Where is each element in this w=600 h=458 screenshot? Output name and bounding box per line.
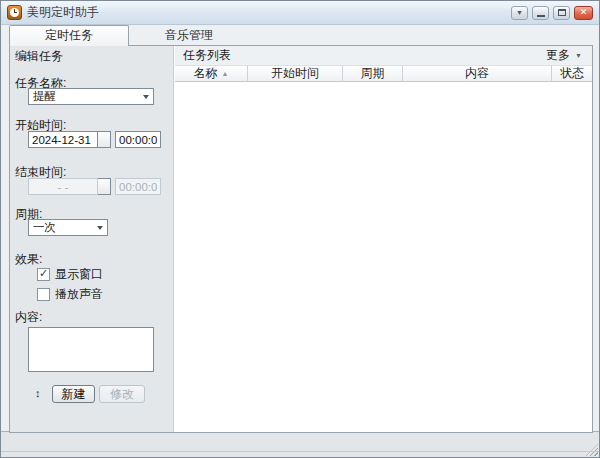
caption-buttons: ▼ ✕ [511, 6, 593, 20]
dropdown-arrow-icon [143, 95, 149, 99]
app-window: 美明定时助手 ▼ ✕ 定时任务 音乐管理 编辑任务 任务名称: 提 [0, 0, 600, 458]
period-value: 一次 [33, 220, 94, 235]
date-picker-button[interactable] [98, 131, 111, 148]
column-header-start-time[interactable]: 开始时间 [248, 65, 343, 82]
chevron-down-icon: ▼ [575, 52, 582, 59]
play-sound-label: 播放声音 [55, 286, 103, 303]
task-table-header: 名称 ▲ 开始时间 周期 内容 状态 [175, 65, 592, 82]
content-label: 内容: [15, 309, 42, 326]
resize-grip-icon[interactable] [586, 444, 598, 456]
more-menu-button[interactable]: 更多 ▼ [546, 47, 582, 64]
play-sound-option[interactable]: 播放声音 [37, 286, 103, 303]
start-date-input[interactable] [28, 131, 98, 148]
window-title: 美明定时助手 [27, 4, 99, 21]
tab-timer-tasks[interactable]: 定时任务 [9, 25, 129, 46]
start-time-input[interactable] [115, 131, 161, 148]
title-bar: 美明定时助手 ▼ ✕ [1, 1, 599, 25]
column-header-content[interactable]: 内容 [403, 65, 552, 82]
titlebar-menu-button[interactable]: ▼ [511, 6, 528, 20]
tab-bar: 定时任务 音乐管理 [1, 25, 599, 45]
more-label: 更多 [546, 47, 570, 64]
end-date-input [28, 178, 98, 195]
column-header-period[interactable]: 周期 [343, 65, 403, 82]
end-time-input [115, 178, 161, 195]
show-window-label: 显示窗口 [55, 266, 103, 283]
maximize-button[interactable] [553, 6, 570, 20]
task-list-header: 任务列表 更多 ▼ [175, 46, 592, 65]
show-window-option[interactable]: ✓ 显示窗口 [37, 266, 103, 283]
content-frame: 编辑任务 任务名称: 提醒 开始时间: 结束时间: 周期: 一次 [9, 45, 593, 433]
column-header-name[interactable]: 名称 ▲ [175, 65, 248, 82]
start-time-row [28, 131, 161, 148]
clock-icon [10, 8, 19, 17]
dropdown-arrow-icon [97, 226, 103, 230]
edit-panel-heading: 编辑任务 [15, 48, 63, 65]
end-time-row [28, 178, 161, 195]
task-list-heading: 任务列表 [183, 47, 231, 64]
close-icon: ✕ [580, 8, 588, 17]
period-combobox[interactable]: 一次 [28, 219, 108, 236]
minimize-icon [537, 15, 545, 17]
close-button[interactable]: ✕ [574, 6, 593, 20]
content-textarea[interactable] [28, 327, 154, 372]
play-sound-checkbox[interactable] [37, 288, 50, 301]
task-name-combobox[interactable]: 提醒 [28, 88, 154, 105]
show-window-checkbox[interactable]: ✓ [37, 268, 50, 281]
column-header-status[interactable]: 状态 [552, 65, 592, 82]
minimize-button[interactable] [532, 6, 549, 20]
task-table-body[interactable] [175, 82, 592, 432]
tab-music-management[interactable]: 音乐管理 [129, 25, 249, 45]
sort-ascending-icon: ▲ [222, 70, 229, 77]
end-date-picker-button[interactable] [98, 178, 111, 195]
modify-button: 修改 [99, 385, 145, 403]
task-name-value: 提醒 [33, 89, 140, 104]
app-icon [7, 5, 22, 20]
up-down-arrow-icon[interactable]: ↕ [35, 387, 41, 399]
chevron-down-icon: ▼ [516, 9, 523, 16]
status-bar [1, 431, 599, 457]
new-button[interactable]: 新建 [52, 385, 95, 403]
edit-task-panel: 编辑任务 任务名称: 提醒 开始时间: 结束时间: 周期: 一次 [10, 46, 174, 432]
check-icon: ✓ [39, 268, 48, 279]
maximize-icon [558, 9, 566, 16]
